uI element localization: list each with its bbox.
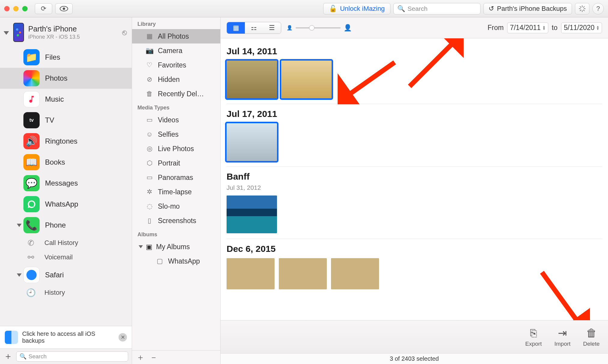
close-window-button[interactable] (4, 6, 10, 11)
library-item-album-whatsapp[interactable]: ▢WhatsApp (132, 254, 220, 268)
sidebar-item-label: Phone (45, 221, 66, 229)
library-item-live-photos[interactable]: ◎Live Photos (132, 142, 220, 156)
library-item-portrait[interactable]: ⬡Portrait (132, 156, 220, 170)
help-button[interactable]: ? (592, 3, 604, 14)
device-name: Parth's iPhone (28, 25, 80, 33)
preview-button[interactable] (55, 3, 73, 14)
unlock-label: Unlock iMazing (340, 5, 385, 13)
view-mode-segment: ▦ ⚏ ☰ (227, 22, 281, 34)
date-to-input[interactable]: 5/11/2020 ▲▼ (561, 22, 602, 33)
library-item-label: Time-lapse (158, 188, 192, 196)
svg-line-7 (583, 10, 584, 11)
list-view-button[interactable]: ☰ (263, 22, 281, 34)
photo-thumbnail[interactable] (227, 61, 277, 98)
close-icon[interactable]: ✕ (119, 333, 127, 342)
library-item-screenshots[interactable]: ▯Screenshots (132, 213, 220, 228)
library-item-hidden[interactable]: ⊘Hidden (132, 72, 220, 87)
add-button[interactable]: ＋ (4, 350, 13, 363)
media-types-section-header: Media Types (132, 101, 220, 113)
import-button[interactable]: ⇥ Import (554, 327, 570, 347)
sidebar-item-label: Call History (44, 239, 78, 247)
backups-banner[interactable]: Click here to access all iOS backups ✕ (0, 326, 132, 348)
collection-view-button[interactable]: ⚏ (245, 22, 263, 34)
library-item-label: Panoramas (158, 174, 193, 182)
library-item-my-albums[interactable]: ▣My Albums (132, 240, 220, 254)
sidebar-item-phone[interactable]: 📞Phone (0, 215, 132, 236)
sidebar-item-ringtones[interactable]: 🔊Ringtones (0, 131, 132, 152)
backups-button[interactable]: ↺ Parth's iPhone Backups (483, 3, 572, 14)
library-item-camera[interactable]: 📷Camera (132, 43, 220, 58)
stack-icon: ▣ (146, 243, 153, 251)
reload-button[interactable]: ⟳ (35, 3, 52, 14)
sidebar-item-books[interactable]: 📖Books (0, 152, 132, 173)
chevron-down-icon[interactable] (17, 273, 22, 277)
action-footer: ⎘ Export ⇥ Import 🗑 Delete (221, 320, 608, 353)
photo-grid[interactable]: Jul 14, 2011 Jul 17, 2011 Banff Jul 31, … (221, 38, 608, 320)
library-item-slo-mo[interactable]: ◌Slo-mo (132, 199, 220, 213)
chevron-down-icon[interactable] (17, 224, 22, 227)
export-button[interactable]: ⎘ Export (525, 327, 542, 347)
add-album-button[interactable]: ＋ (136, 352, 145, 363)
status-bar: 3 of 2403 selected (221, 353, 608, 364)
sidebar-item-label: Music (45, 95, 64, 103)
sidebar-item-files[interactable]: 📁Files (0, 47, 132, 68)
photo-thumbnail[interactable] (227, 123, 277, 161)
sidebar-search-input[interactable]: 🔍 Search (16, 351, 128, 362)
stepper-icon[interactable]: ▲▼ (596, 25, 599, 30)
chevron-down-icon[interactable] (139, 245, 143, 248)
photo-thumbnail[interactable] (281, 61, 332, 98)
stepper-icon[interactable]: ▲▼ (543, 25, 546, 30)
chevron-down-icon[interactable] (4, 31, 9, 35)
photo-thumbnail[interactable] (227, 195, 277, 233)
grid-view-button[interactable]: ▦ (227, 22, 245, 34)
sidebar-item-tv[interactable]: tvTV (0, 110, 132, 131)
slider-thumb[interactable] (309, 25, 315, 31)
photo-thumbnail[interactable] (279, 258, 327, 289)
minimize-window-button[interactable] (13, 6, 19, 11)
library-item-all-photos[interactable]: ▦All Photos (132, 29, 220, 43)
photo-thumbnail[interactable] (227, 258, 275, 289)
library-item-label: Screenshots (158, 217, 196, 225)
sidebar-item-music[interactable]: Music (0, 89, 132, 110)
date-from-input[interactable]: 7/14/2011 ▲▼ (507, 22, 548, 33)
sidebar-item-messages[interactable]: 💬Messages (0, 173, 132, 194)
activity-button[interactable] (575, 3, 589, 14)
library-item-label: Recently Del… (158, 90, 204, 98)
sidebar-item-call-history[interactable]: ✆Call History (0, 236, 132, 250)
zoom-slider[interactable]: 👤 👤 (287, 24, 352, 32)
books-icon: 📖 (23, 154, 40, 170)
person-small-icon: 👤 (287, 25, 293, 31)
library-item-panoramas[interactable]: ▭Panoramas (132, 170, 220, 185)
remove-album-button[interactable]: － (149, 352, 158, 363)
trash-icon: 🗑 (145, 90, 154, 98)
date-from-value: 7/14/2011 (510, 24, 540, 32)
window-controls (4, 6, 28, 11)
section-header: Jul 17, 2011 (227, 109, 602, 119)
sidebar-item-label: Voicemail (44, 253, 73, 261)
sidebar-item-whatsapp[interactable]: WhatsApp (0, 194, 132, 215)
video-icon: ▭ (145, 116, 154, 124)
delete-button[interactable]: 🗑 Delete (583, 327, 600, 347)
sidebar-item-safari[interactable]: Safari (0, 264, 132, 285)
library-item-label: Favorites (158, 61, 186, 69)
photo-thumbnail[interactable] (331, 258, 379, 289)
timelapse-icon: ✲ (145, 188, 154, 196)
sidebar-item-photos[interactable]: Photos (0, 68, 132, 89)
library-item-videos[interactable]: ▭Videos (132, 113, 220, 127)
unlock-button[interactable]: 🔓 Unlock iMazing (323, 3, 390, 14)
library-item-recently-deleted[interactable]: 🗑Recently Del… (132, 87, 220, 101)
handset-icon: ✆ (26, 238, 36, 248)
library-item-label: Selfies (158, 130, 179, 139)
search-icon: 🔍 (20, 353, 27, 360)
sidebar-item-safari-history[interactable]: 🕘History (0, 285, 132, 300)
library-item-time-lapse[interactable]: ✲Time-lapse (132, 185, 220, 199)
export-icon: ⎘ (530, 327, 537, 339)
clock-icon: 🕘 (26, 288, 36, 298)
sidebar-item-voicemail[interactable]: ⚯Voicemail (0, 250, 132, 264)
library-item-favorites[interactable]: ♡Favorites (132, 58, 220, 72)
search-icon: 🔍 (397, 5, 405, 12)
maximize-window-button[interactable] (22, 6, 28, 11)
library-item-selfies[interactable]: ☺Selfies (132, 127, 220, 142)
device-header[interactable]: Parth's iPhone iPhone XR - iOS 13.5 ⎋ (0, 17, 132, 46)
titlebar-search-input[interactable]: 🔍 Search (393, 3, 480, 14)
